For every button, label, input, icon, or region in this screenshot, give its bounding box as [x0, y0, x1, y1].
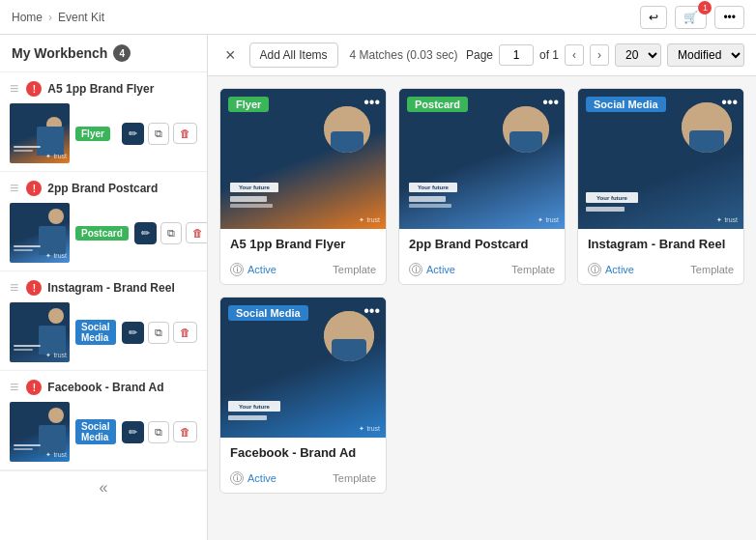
status-label: Active: [247, 472, 276, 484]
breadcrumb-sep: ›: [48, 11, 52, 24]
sort-select[interactable]: Modified Name Date: [667, 43, 744, 67]
edit-button[interactable]: ✏: [122, 322, 144, 344]
drag-handle[interactable]: ≡: [10, 180, 18, 197]
page-input[interactable]: [499, 44, 534, 66]
card-thumbnail: Your future ✦ trust Social Media •••: [220, 298, 386, 438]
card-body: 2pp Brand Postcard: [399, 229, 565, 263]
card-body: Facebook - Brand Ad: [220, 438, 386, 471]
card-label-flyer: Flyer: [228, 97, 269, 112]
cart-button[interactable]: 🛒 1: [675, 6, 707, 29]
card-menu-button[interactable]: •••: [363, 95, 380, 110]
item-actions: ✏ ⧉ 🗑: [134, 222, 208, 244]
main-content: × Add All Items 4 Matches (0.03 sec) Pag…: [208, 35, 756, 540]
copy-button[interactable]: ⧉: [148, 123, 169, 145]
card-body: Instagram - Brand Reel: [578, 229, 743, 263]
card-status: ⓘ Active: [588, 263, 634, 276]
toolbar: × Add All Items 4 Matches (0.03 sec) Pag…: [208, 35, 756, 76]
breadcrumb-home[interactable]: Home: [12, 11, 43, 24]
card-status: ⓘ Active: [230, 263, 276, 276]
card-grid-area: Your future ✦ trust Flyer ••• A5 1pp Bra…: [208, 76, 756, 540]
card-label-postcard: Postcard: [407, 97, 468, 112]
alert-icon: !: [26, 81, 42, 97]
undo-button[interactable]: ↩: [640, 6, 667, 29]
alert-icon: !: [26, 280, 42, 296]
drag-handle[interactable]: ≡: [10, 279, 18, 297]
card-menu-button[interactable]: •••: [542, 95, 559, 110]
card-type-label: Template: [511, 264, 555, 275]
sidebar-count-badge: 4: [113, 44, 131, 62]
edit-button[interactable]: ✏: [122, 123, 144, 145]
copy-button[interactable]: ⧉: [148, 322, 169, 344]
card-type-label: Template: [333, 264, 376, 275]
item-tag-flyer: Flyer: [75, 127, 110, 141]
sidebar-item-3: ≡ ! Instagram - Brand Reel ✦ trust: [0, 271, 207, 371]
card-thumbnail: Your future ✦ trust Flyer •••: [220, 89, 386, 229]
page-control: Page of 1 ‹ › 20 40 60 Modified Name Dat…: [466, 43, 744, 67]
status-label: Active: [605, 264, 634, 275]
sidebar-item-4: ≡ ! Facebook - Brand Ad ✦ trust: [0, 371, 207, 470]
card-grid: Your future ✦ trust Flyer ••• A5 1pp Bra…: [219, 88, 744, 494]
sidebar-collapse-button[interactable]: «: [0, 470, 207, 504]
status-label: Active: [426, 264, 455, 275]
card-status: ⓘ Active: [230, 471, 276, 485]
sidebar: My Workbench 4 ≡ ! A5 1pp Brand Flyer: [0, 35, 208, 540]
card-footer: ⓘ Active Template: [399, 263, 565, 284]
page-of: of 1: [539, 48, 559, 62]
copy-button[interactable]: ⧉: [148, 421, 169, 443]
copy-button[interactable]: ⧉: [160, 222, 182, 244]
drag-handle[interactable]: ≡: [10, 379, 18, 396]
item-thumbnail: ✦ trust: [10, 302, 70, 362]
card-label-facebook: Social Media: [228, 305, 308, 321]
collapse-icon: «: [100, 479, 108, 497]
card-menu-button[interactable]: •••: [721, 95, 738, 110]
match-info: 4 Matches (0.03 sec): [350, 48, 458, 62]
page-next-button[interactable]: ›: [590, 44, 609, 66]
card-footer: ⓘ Active Template: [220, 263, 386, 284]
trust-logo: ✦ trust: [45, 451, 67, 459]
card-label-social: Social Media: [586, 97, 666, 112]
item-thumbnail: ✦ trust: [10, 203, 70, 263]
sidebar-title: My Workbench: [12, 45, 107, 61]
sidebar-header: My Workbench 4: [0, 35, 207, 72]
card-type-label: Template: [690, 264, 734, 275]
status-icon: ⓘ: [230, 263, 244, 276]
card-facebook: Your future ✦ trust Social Media ••• Fac…: [219, 297, 387, 494]
item-actions: ✏ ⧉ 🗑: [122, 322, 197, 344]
topbar-actions: ↩ 🛒 1 •••: [640, 6, 744, 29]
edit-button[interactable]: ✏: [122, 421, 144, 443]
card-footer: ⓘ Active Template: [220, 471, 386, 493]
card-footer: ⓘ Active Template: [578, 263, 743, 284]
trust-logo: ✦ trust: [45, 252, 67, 260]
status-icon: ⓘ: [588, 263, 601, 276]
card-postcard: Your future ✦ trust Postcard ••• 2pp Bra…: [398, 88, 566, 285]
delete-button[interactable]: 🗑: [173, 322, 197, 343]
trust-logo: ✦ trust: [45, 153, 67, 160]
delete-button[interactable]: 🗑: [173, 421, 197, 442]
page-prev-button[interactable]: ‹: [565, 44, 584, 66]
close-button[interactable]: ×: [219, 43, 242, 68]
alert-icon: !: [26, 380, 42, 395]
add-all-button[interactable]: Add All Items: [249, 43, 338, 68]
card-body: A5 1pp Brand Flyer: [220, 229, 386, 263]
card-menu-button[interactable]: •••: [363, 303, 380, 319]
card-title: Facebook - Brand Ad: [230, 445, 376, 460]
sidebar-item-1: ≡ ! A5 1pp Brand Flyer ✦ trust: [0, 72, 207, 172]
card-title: 2pp Brand Postcard: [409, 237, 555, 251]
cart-badge: 1: [698, 1, 712, 14]
delete-button[interactable]: 🗑: [186, 222, 208, 243]
item-title: Facebook - Brand Ad: [47, 381, 197, 394]
drag-handle[interactable]: ≡: [10, 80, 18, 98]
card-title: A5 1pp Brand Flyer: [230, 237, 376, 251]
card-thumbnail: Your future ✦ trust Social Media •••: [578, 89, 743, 229]
per-page-select[interactable]: 20 40 60: [615, 43, 661, 67]
breadcrumb-current: Event Kit: [58, 11, 104, 24]
topbar: Home › Event Kit ↩ 🛒 1 •••: [0, 0, 756, 35]
delete-button[interactable]: 🗑: [173, 123, 197, 144]
status-icon: ⓘ: [230, 471, 244, 485]
sidebar-item-2: ≡ ! 2pp Brand Postcard ✦ trust: [0, 172, 207, 271]
cart-icon: 🛒: [683, 11, 698, 24]
card-status: ⓘ Active: [409, 263, 455, 276]
item-title: Instagram - Brand Reel: [47, 281, 197, 295]
edit-button[interactable]: ✏: [134, 222, 157, 244]
more-button[interactable]: •••: [714, 6, 744, 29]
